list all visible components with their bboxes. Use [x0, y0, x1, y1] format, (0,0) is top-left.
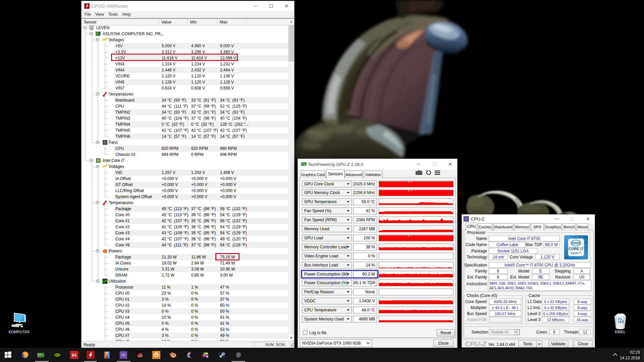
svg-text:inside™: inside™ [571, 251, 582, 255]
svg-text:64: 64 [72, 353, 76, 358]
svg-text:intel: intel [572, 240, 581, 245]
svg-text:CORE i7: CORE i7 [569, 247, 583, 251]
